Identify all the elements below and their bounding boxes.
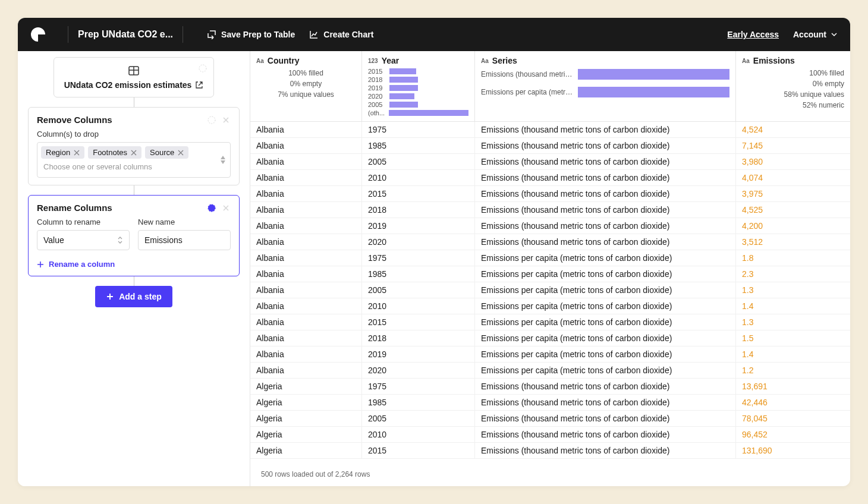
settings-icon[interactable] xyxy=(198,64,207,73)
type-badge-text: Aa xyxy=(256,58,264,64)
table-row[interactable]: Albania 2019 Emissions per capita (metri… xyxy=(250,346,850,363)
row-count-footer: 500 rows loaded out of 2,264 rows xyxy=(256,468,375,480)
table-row[interactable]: Albania 1985 Emissions per capita (metri… xyxy=(250,266,850,282)
table-row[interactable]: Albania 2020 Emissions (thousand metric … xyxy=(250,234,850,250)
svg-point-0 xyxy=(199,65,206,72)
table-row[interactable]: Algeria 1975 Emissions (thousand metric … xyxy=(250,379,850,395)
chip[interactable]: Footnotes xyxy=(88,146,141,159)
dist-bar: 2019 xyxy=(368,84,468,92)
remove-chip-icon[interactable] xyxy=(178,150,184,156)
table-row[interactable]: Algeria 2010 Emissions (thousand metric … xyxy=(250,427,850,443)
table-row[interactable]: Algeria 1985 Emissions (thousand metric … xyxy=(250,395,850,411)
close-icon[interactable] xyxy=(221,203,231,213)
table-row[interactable]: Albania 1975 Emissions per capita (metri… xyxy=(250,250,850,266)
table-row[interactable]: Albania 1975 Emissions (thousand metric … xyxy=(250,122,850,138)
remove-columns-step: Remove Columns Column(s) to drop RegionF… xyxy=(28,107,240,185)
type-badge-text: Aa xyxy=(481,58,489,64)
data-table: AaCountry 100% filled0% empty7% unique v… xyxy=(250,51,850,486)
dist-bar: 2020 xyxy=(368,93,468,100)
column-header-year[interactable]: 123Year 20152018201920202005(oth... xyxy=(362,51,475,121)
dist-bar: 2015 xyxy=(368,68,468,75)
table-row[interactable]: Albania 2015 Emissions per capita (metri… xyxy=(250,314,850,330)
step-title: Rename Columns xyxy=(37,203,207,213)
connector xyxy=(134,276,134,286)
dist-bar: (oth... xyxy=(368,109,468,116)
prep-title: Prep UNdata CO2 e... xyxy=(78,29,173,40)
table-row[interactable]: Albania 1985 Emissions (thousand metric … xyxy=(250,138,850,154)
dist-bar: Emissions per capita (metric ... xyxy=(481,87,729,97)
settings-icon[interactable] xyxy=(207,115,216,125)
pipeline-panel: UNdata CO2 emission estimates Remove Col… xyxy=(18,51,250,486)
table-row[interactable]: Algeria 2005 Emissions (thousand metric … xyxy=(250,411,850,427)
chip[interactable]: Region xyxy=(41,146,84,159)
divider xyxy=(183,26,183,43)
remove-chip-icon[interactable] xyxy=(131,150,137,156)
remove-chip-icon[interactable] xyxy=(74,150,80,156)
field-label: Column(s) to drop xyxy=(37,130,231,138)
app-window: Prep UNdata CO2 e... Save Prep to Table … xyxy=(18,18,850,486)
rename-another-button[interactable]: Rename a column xyxy=(37,260,231,269)
dist-bar: 2005 xyxy=(368,101,468,108)
save-prep-button[interactable]: Save Prep to Table xyxy=(207,30,295,39)
step-title: Remove Columns xyxy=(37,115,207,125)
field-label: New name xyxy=(138,218,231,226)
table-row[interactable]: Albania 2005 Emissions (thousand metric … xyxy=(250,154,850,170)
divider xyxy=(68,26,68,43)
column-header-emissions[interactable]: AaEmissions 100% filled0% empty58% uniqu… xyxy=(736,51,850,121)
table-row[interactable]: Albania 2018 Emissions (thousand metric … xyxy=(250,202,850,218)
type-badge-text: Aa xyxy=(742,58,750,64)
table-row[interactable]: Albania 2015 Emissions (thousand metric … xyxy=(250,186,850,202)
column-header-series[interactable]: AaSeries Emissions (thousand metric t...… xyxy=(475,51,736,121)
table-row[interactable]: Algeria 2015 Emissions (thousand metric … xyxy=(250,443,850,459)
column-headers: AaCountry 100% filled0% empty7% unique v… xyxy=(250,51,850,122)
column-to-rename-select[interactable]: Value xyxy=(37,230,130,250)
svg-point-5 xyxy=(208,204,215,212)
early-access-link[interactable]: Early Access xyxy=(727,30,779,39)
save-prep-label: Save Prep to Table xyxy=(221,30,295,39)
new-name-input[interactable]: Emissions xyxy=(138,230,231,250)
create-chart-button[interactable]: Create Chart xyxy=(309,30,373,39)
table-row[interactable]: Albania 2010 Emissions per capita (metri… xyxy=(250,298,850,314)
top-actions: Save Prep to Table Create Chart xyxy=(207,30,373,39)
account-menu[interactable]: Account xyxy=(793,30,838,39)
rename-columns-step: Rename Columns Column to rename Value Ne… xyxy=(28,195,240,276)
chevron-down-icon xyxy=(830,30,838,39)
table-row[interactable]: Albania 2019 Emissions (thousand metric … xyxy=(250,218,850,234)
svg-point-4 xyxy=(208,116,215,124)
source-title: UNdata CO2 emission estimates xyxy=(64,80,204,90)
placeholder: Choose one or several columns xyxy=(41,162,155,171)
chip[interactable]: Source xyxy=(145,146,188,159)
topbar: Prep UNdata CO2 e... Save Prep to Table … xyxy=(18,18,850,51)
table-row[interactable]: Albania 2010 Emissions (thousand metric … xyxy=(250,170,850,186)
settings-icon[interactable] xyxy=(207,203,216,213)
connector xyxy=(134,185,134,195)
create-chart-label: Create Chart xyxy=(323,30,373,39)
type-badge-number: 123 xyxy=(368,58,378,64)
account-label: Account xyxy=(793,30,826,39)
column-header-country[interactable]: AaCountry 100% filled0% empty7% unique v… xyxy=(250,51,362,121)
add-step-button[interactable]: Add a step xyxy=(95,286,172,307)
dist-bar: 2018 xyxy=(368,76,468,83)
external-link-icon[interactable] xyxy=(195,81,203,89)
main-body: UNdata CO2 emission estimates Remove Col… xyxy=(18,51,850,486)
table-row[interactable]: Albania 2005 Emissions per capita (metri… xyxy=(250,282,850,298)
connector xyxy=(134,97,134,107)
table-row[interactable]: Albania 2018 Emissions per capita (metri… xyxy=(250,330,850,346)
close-icon[interactable] xyxy=(221,115,231,125)
dropdown-caret-icon[interactable] xyxy=(221,156,225,164)
table-body[interactable]: Albania 1975 Emissions (thousand metric … xyxy=(250,122,850,486)
source-card[interactable]: UNdata CO2 emission estimates xyxy=(54,57,214,97)
table-icon xyxy=(62,65,205,77)
dist-bar: Emissions (thousand metric t... xyxy=(481,69,729,80)
columns-to-drop-input[interactable]: RegionFootnotesSource Choose one or seve… xyxy=(37,142,231,178)
field-label: Column to rename xyxy=(37,218,130,226)
app-logo[interactable] xyxy=(30,26,46,43)
table-row[interactable]: Albania 2020 Emissions per capita (metri… xyxy=(250,363,850,379)
